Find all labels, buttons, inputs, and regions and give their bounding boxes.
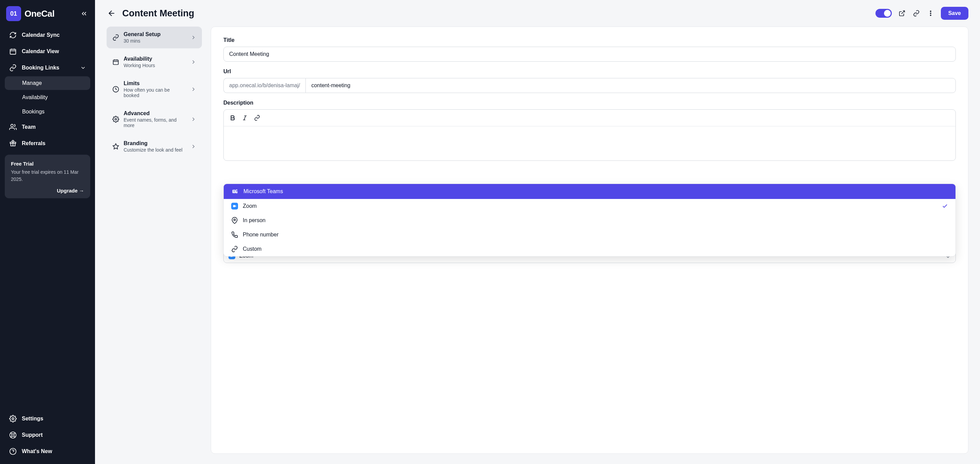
pin-icon — [231, 217, 238, 224]
url-label: Url — [223, 69, 956, 75]
nav-label: What's New — [22, 448, 52, 454]
external-link-icon — [899, 10, 905, 17]
chevrons-left-icon — [80, 10, 88, 18]
upgrade-link[interactable]: Upgrade → — [11, 188, 84, 193]
nav-availability[interactable]: Availability — [5, 91, 90, 104]
italic-button[interactable] — [239, 112, 250, 123]
gear-icon — [9, 415, 17, 423]
trial-card: Free Trial Your free trial expires on 11… — [5, 155, 90, 198]
section-availability[interactable]: Availability Working Hours — [107, 51, 202, 73]
editor-body[interactable] — [224, 126, 956, 161]
nav-label: Manage — [22, 80, 42, 86]
location-dropdown: T Microsoft Teams Zoom — [223, 183, 956, 257]
option-label: Microsoft Teams — [243, 188, 283, 195]
more-button[interactable] — [926, 9, 935, 18]
gift-icon — [9, 139, 17, 148]
chevron-right-icon — [190, 34, 196, 41]
help-icon — [9, 447, 17, 456]
svg-text:T: T — [233, 190, 235, 193]
svg-point-8 — [930, 13, 931, 14]
chevron-right-icon — [190, 144, 196, 150]
title-input[interactable] — [223, 47, 956, 62]
toggle-knob — [884, 10, 891, 17]
option-phone[interactable]: Phone number — [224, 228, 956, 242]
sidebar-nav: Calendar Sync Calendar View Booking Link… — [5, 27, 90, 151]
nav-bookings[interactable]: Bookings — [5, 105, 90, 118]
option-label: Custom — [243, 246, 261, 252]
sidebar-bottom: Settings Support What's New — [5, 411, 90, 459]
content-row: General Setup 30 mins Availability Worki… — [95, 27, 980, 464]
clock-icon — [112, 86, 119, 93]
url-prefix: app.onecal.io/b/denisa-lamaj/ — [223, 78, 305, 93]
section-limits[interactable]: Limits How often you can be booked — [107, 76, 202, 103]
section-advanced[interactable]: Advanced Event names, forms, and more — [107, 105, 202, 133]
section-subtitle: Event names, forms, and more — [124, 117, 186, 128]
description-group: Description — [223, 100, 956, 161]
section-branding[interactable]: Branding Customize the look and feel — [107, 136, 202, 157]
main-content: Content Meeting Save Gene — [95, 0, 980, 464]
trial-title: Free Trial — [11, 161, 84, 167]
svg-marker-13 — [113, 144, 119, 149]
link-button[interactable] — [251, 112, 262, 123]
back-button[interactable] — [107, 8, 117, 18]
nav-whats-new[interactable]: What's New — [5, 443, 90, 459]
title-label: Title — [223, 37, 956, 43]
bold-button[interactable] — [227, 112, 238, 123]
topbar: Content Meeting Save — [95, 0, 980, 27]
nav-calendar-sync[interactable]: Calendar Sync — [5, 27, 90, 43]
svg-point-5 — [11, 434, 14, 436]
nav-settings[interactable]: Settings — [5, 411, 90, 427]
nav-referrals[interactable]: Referrals — [5, 136, 90, 151]
option-microsoft-teams[interactable]: T Microsoft Teams — [224, 184, 956, 199]
section-subtitle: Working Hours — [124, 63, 155, 68]
svg-rect-0 — [10, 49, 16, 54]
nav-support[interactable]: Support — [5, 427, 90, 443]
section-subtitle: 30 mins — [124, 38, 161, 44]
bold-icon — [229, 115, 235, 121]
sidebar: 01 OneCal Calendar Sync Calendar View — [0, 0, 95, 464]
svg-point-7 — [930, 11, 931, 12]
nav-label: Settings — [22, 416, 43, 422]
svg-point-3 — [12, 418, 14, 420]
calendar-icon — [9, 47, 17, 56]
chevron-right-icon — [190, 59, 196, 65]
link-icon — [9, 64, 17, 72]
arrow-left-icon — [107, 9, 116, 18]
copy-link-button[interactable] — [912, 9, 920, 18]
open-external-button[interactable] — [898, 9, 906, 18]
svg-point-20 — [234, 219, 235, 221]
section-general-setup[interactable]: General Setup 30 mins — [107, 27, 202, 48]
svg-point-1 — [11, 124, 13, 127]
nav-team[interactable]: Team — [5, 119, 90, 135]
url-slug-input[interactable] — [305, 78, 956, 93]
logo[interactable]: 01 OneCal — [6, 6, 54, 21]
svg-point-19 — [236, 190, 237, 191]
link-icon — [112, 34, 119, 41]
sync-icon — [9, 31, 17, 39]
save-button[interactable]: Save — [941, 7, 969, 20]
svg-point-9 — [930, 15, 931, 16]
nav-label: Availability — [22, 94, 48, 100]
title-group: Title — [223, 37, 956, 62]
logo-text: OneCal — [24, 8, 54, 19]
nav-label: Team — [22, 124, 36, 130]
trial-description: Your free trial expires on 11 Mar 2025. — [11, 169, 84, 183]
link-icon — [913, 10, 920, 17]
nav-booking-links[interactable]: Booking Links — [5, 60, 90, 76]
option-custom[interactable]: Custom — [224, 242, 956, 256]
option-in-person[interactable]: In person — [224, 213, 956, 228]
enabled-toggle[interactable] — [875, 9, 892, 18]
nav-label: Calendar Sync — [22, 32, 60, 38]
option-label: Zoom — [243, 203, 257, 209]
option-zoom[interactable]: Zoom — [224, 199, 956, 213]
link-icon — [231, 246, 238, 252]
nav-calendar-view[interactable]: Calendar View — [5, 44, 90, 59]
form-panel: Title Url app.onecal.io/b/denisa-lamaj/ … — [211, 27, 969, 454]
nav-label: Referrals — [22, 140, 45, 147]
svg-rect-10 — [113, 60, 118, 64]
sidebar-collapse-button[interactable] — [80, 9, 89, 18]
nav-manage[interactable]: Manage — [5, 76, 90, 90]
teams-icon: T — [231, 188, 239, 195]
logo-badge: 01 — [6, 6, 21, 21]
page-title: Content Meeting — [122, 8, 194, 19]
